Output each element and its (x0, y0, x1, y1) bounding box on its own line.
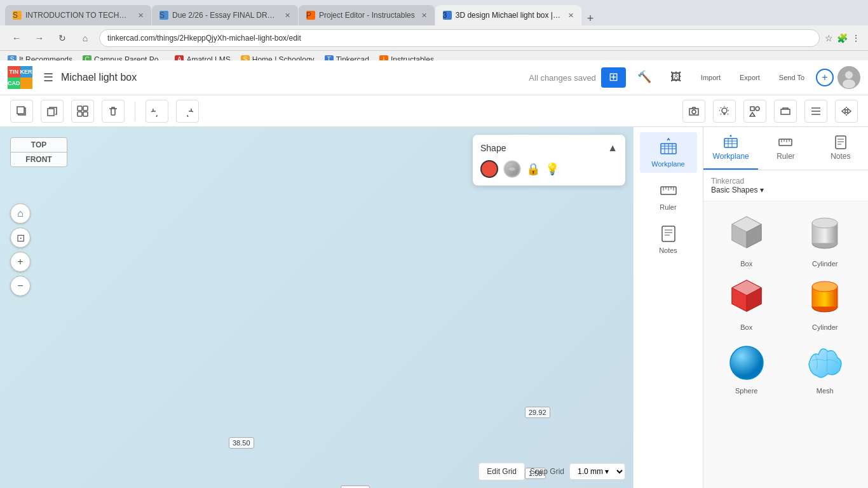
address-bar[interactable] (99, 29, 820, 47)
svg-rect-15 (781, 109, 790, 114)
extensions-btn[interactable]: 🧩 (837, 33, 848, 43)
tab-2[interactable]: S Due 2/26 - Essay FINAL DRAFT... ✕ (152, 5, 298, 25)
orientation-front-label: FRONT (11, 152, 67, 166)
shape-tools-button[interactable] (743, 100, 766, 123)
main-content: MF MIKE (0, 127, 868, 488)
shape-item-gray-box[interactable]: Box (711, 212, 782, 268)
lock-icon[interactable]: 🔒 (526, 162, 540, 176)
shape-item-gray-cylinder[interactable]: Cylinder (790, 212, 861, 268)
svg-rect-63 (724, 139, 737, 147)
red-box-icon (724, 275, 769, 320)
redo-button[interactable] (176, 100, 199, 123)
snap-grid-select[interactable]: 1.0 mm ▾ 0.5 mm 2.0 mm (569, 463, 625, 480)
mirror-button[interactable] (835, 100, 858, 123)
canvas-area[interactable]: MF MIKE (0, 127, 633, 488)
snap-grid-label: Snap Grid (530, 467, 564, 476)
tab-2-close[interactable]: ✕ (285, 11, 290, 20)
shape-panel: Shape ▲ (473, 135, 625, 186)
camera-button[interactable] (682, 100, 705, 123)
view-mode-button[interactable]: ⊞ (601, 67, 626, 88)
tab-4[interactable]: 3 3D design Michael light box | Tin... ✕ (435, 5, 581, 25)
menu-dots[interactable]: ⋮ (851, 33, 860, 43)
duplicate-button[interactable] (10, 100, 33, 123)
blue-sphere-icon (724, 339, 769, 383)
shape-item-blue-sphere[interactable]: Sphere (711, 339, 782, 395)
send-to-label: Send To (779, 74, 804, 81)
toolbar-right: ⊞ 🔨 🖼 Import Export Send To + (601, 66, 860, 89)
shape-item-mesh[interactable]: Mesh (790, 339, 861, 395)
copy-icon (46, 105, 58, 117)
orange-cylinder-icon (803, 275, 847, 320)
group-button[interactable] (71, 100, 94, 123)
home-view-button[interactable]: ⌂ (10, 203, 31, 224)
refresh-button[interactable]: ↻ (53, 29, 71, 47)
shape-item-red-box[interactable]: Box (711, 275, 782, 331)
tab-3[interactable]: P Project Editor - Instructables ✕ (299, 5, 435, 25)
panel-source-title: Tinkercad (711, 177, 744, 186)
group2-button[interactable] (774, 100, 797, 123)
red-box-label: Box (740, 323, 752, 331)
back-button[interactable]: ← (8, 29, 25, 47)
shape-item-orange-cylinder[interactable]: Cylinder (790, 275, 861, 331)
notes-button[interactable]: Notes (640, 219, 697, 259)
gallery-mode-button[interactable]: 🖼 (663, 68, 689, 88)
svg-point-91 (730, 346, 763, 379)
svg-point-90 (812, 281, 837, 292)
svg-marker-20 (842, 109, 845, 114)
add-user-button[interactable]: + (816, 69, 834, 86)
menu-icon-button[interactable]: ☰ (41, 68, 56, 87)
shape-panel-title: Shape (480, 143, 506, 153)
project-title: Michael light box (61, 72, 137, 83)
delete-button[interactable] (102, 100, 125, 123)
align-button[interactable] (804, 100, 827, 123)
group-icon (77, 105, 88, 117)
edit-grid-button[interactable]: Edit Grid (478, 463, 525, 480)
panel-category-dropdown[interactable]: Basic Shapes ▾ (711, 186, 860, 194)
tab-notes[interactable]: Notes (813, 127, 868, 170)
send-to-button[interactable]: Send To (771, 71, 812, 84)
tab-3-favicon: P (306, 11, 315, 20)
tab-ruler-icon (778, 135, 793, 150)
user-avatar-button[interactable] (837, 66, 860, 89)
shape-tools-icon (749, 105, 761, 117)
mirror-icon (841, 105, 852, 117)
import-button[interactable]: Import (693, 71, 728, 84)
bookmark-star[interactable]: ☆ (825, 33, 833, 43)
workplane-label: Workplane (651, 160, 684, 168)
home-button[interactable]: ⌂ (76, 29, 94, 47)
tab-3-close[interactable]: ✕ (421, 11, 427, 20)
tab-1[interactable]: S INTRODUCTION TO TECHNOLO... ✕ (5, 5, 151, 25)
export-button[interactable]: Export (732, 71, 768, 84)
svg-rect-59 (662, 226, 675, 241)
color-gradient[interactable] (503, 160, 521, 178)
build-mode-button[interactable]: 🔨 (630, 67, 659, 88)
shape-panel-toggle[interactable]: ▲ (607, 142, 618, 154)
orientation-box[interactable]: TOP FRONT (10, 137, 67, 167)
copy-button[interactable] (41, 100, 64, 123)
forward-button[interactable]: → (31, 29, 48, 47)
tab-4-close[interactable]: ✕ (568, 11, 574, 20)
shape-panel-header: Shape ▲ (480, 142, 618, 154)
logo-cell-tin: TIN (8, 66, 20, 78)
zoom-to-fit-button[interactable]: ⊡ (10, 227, 31, 248)
zoom-out-button[interactable]: − (10, 276, 31, 296)
tab-workplane-icon (723, 135, 738, 150)
delete-icon (107, 105, 119, 117)
undo-button[interactable] (146, 100, 168, 123)
ruler-button[interactable]: Ruler (640, 175, 697, 216)
workplane-button[interactable]: Workplane (640, 132, 697, 173)
tab-1-close[interactable]: ✕ (138, 11, 144, 20)
svg-rect-68 (779, 139, 792, 146)
tinkercad-logo: TIN KER CAD (8, 66, 31, 89)
svg-point-83 (812, 218, 837, 228)
color-red[interactable] (480, 160, 498, 178)
far-right-tabs: Workplane Ruler (703, 127, 868, 170)
ruler-label: Ruler (660, 203, 676, 211)
light-button[interactable] (713, 100, 736, 123)
new-tab-button[interactable]: + (582, 12, 599, 25)
tab-ruler[interactable]: Ruler (758, 127, 813, 170)
bulb-icon[interactable]: 💡 (545, 162, 559, 176)
tab-ruler-label: Ruler (763, 152, 808, 161)
tab-workplane[interactable]: Workplane (703, 127, 758, 170)
zoom-in-button[interactable]: + (10, 252, 31, 272)
